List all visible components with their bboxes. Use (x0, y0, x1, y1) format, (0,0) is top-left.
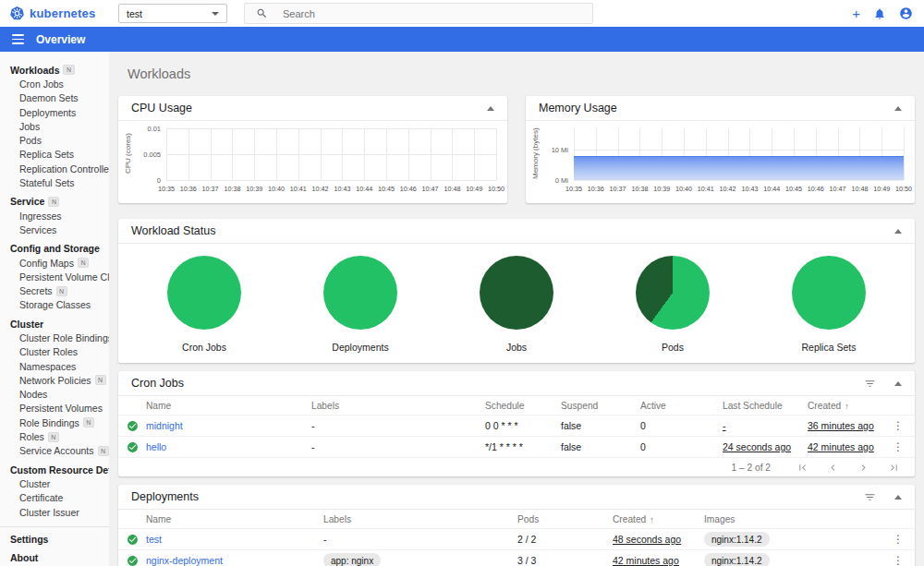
column-header-schedule[interactable]: Schedule (485, 401, 561, 411)
collapse-caret-icon[interactable] (487, 106, 494, 111)
last-page-icon[interactable] (888, 462, 900, 474)
name-link[interactable]: test (146, 534, 323, 545)
column-header-pods[interactable]: Pods (517, 514, 613, 524)
column-header-images[interactable]: Images (704, 514, 893, 524)
sidebar-item-persistent-volume-claims[interactable]: Persistent Volume ClaimsN (0, 270, 109, 283)
name-link[interactable]: nginx-deployment (146, 555, 323, 566)
namespaced-badge: N (83, 417, 94, 428)
deployments-title: Deployments (131, 490, 199, 503)
x-tick-label: 10:44 (356, 185, 372, 193)
sidebar-item-daemon-sets[interactable]: Daemon Sets (0, 91, 109, 105)
next-page-icon[interactable] (857, 462, 869, 474)
column-header-active[interactable]: Active (640, 401, 723, 411)
sidebar-item-stateful-sets[interactable]: Stateful Sets (0, 175, 109, 189)
column-header-created[interactable]: Created↑ (613, 514, 704, 524)
sidebar-item-role-bindings[interactable]: Role BindingsN (0, 415, 109, 429)
sidebar-item-settings[interactable]: Settings (0, 532, 109, 546)
sidebar-item-jobs[interactable]: Jobs (0, 119, 109, 133)
sidebar-item-roles[interactable]: RolesN (0, 429, 109, 443)
cpu-card-title: CPU Usage (131, 102, 192, 114)
sidebar-item-services[interactable]: Services (0, 223, 109, 236)
sidebar-item-cluster[interactable]: Cluster (0, 476, 109, 490)
created-cell: 36 minutes ago (808, 420, 893, 431)
row-menu-icon[interactable]: ⋮ (893, 441, 904, 452)
page-toolbar-title: Overview (36, 33, 85, 46)
collapse-caret-icon[interactable] (894, 106, 902, 111)
sidebar-item-secrets[interactable]: SecretsN (0, 283, 109, 297)
x-tick-label: 10:49 (873, 185, 890, 193)
filter-button[interactable] (864, 491, 876, 503)
sidebar-item-cluster-role-bindings[interactable]: Cluster Role Bindings (0, 331, 109, 344)
sidebar-item-replica-sets[interactable]: Replica Sets (0, 148, 109, 162)
sidebar-item-persistent-volumes[interactable]: Persistent Volumes (0, 402, 109, 415)
name-link[interactable]: hello (146, 441, 311, 452)
previous-page-icon[interactable] (827, 462, 839, 474)
sidebar-item-deployments[interactable]: Deployments (0, 105, 109, 119)
row-menu-icon[interactable]: ⋮ (893, 534, 904, 545)
menu-hamburger-icon[interactable] (12, 32, 24, 45)
account-button[interactable] (899, 6, 913, 20)
x-tick-label: 10:42 (312, 185, 329, 193)
account-icon (899, 6, 913, 20)
cpu-y-axis-label: CPU (cores) (124, 125, 132, 182)
filter-icon (864, 491, 876, 503)
collapse-caret-icon[interactable] (894, 495, 902, 500)
labels-cell: - (323, 534, 517, 545)
search-input[interactable] (283, 8, 581, 19)
pie-chart-label: Jobs (506, 342, 527, 353)
column-header-created[interactable]: Created↑ (808, 401, 893, 411)
sidebar-item-replication-controllers[interactable]: Replication Controllers (0, 162, 109, 175)
search-icon (256, 7, 268, 19)
sidebar-item-nodes[interactable]: Nodes (0, 388, 109, 402)
sidebar-item-cluster: Cluster (0, 317, 109, 331)
notifications-button[interactable] (873, 7, 886, 20)
namespaced-badge: N (48, 197, 59, 207)
kubernetes-logo[interactable]: kubernetes (9, 6, 113, 21)
row-menu-icon[interactable]: ⋮ (893, 420, 904, 431)
collapse-caret-icon[interactable] (894, 229, 902, 234)
sidebar-item-about[interactable]: About (0, 551, 109, 565)
workload-status-title: Workload Status (131, 224, 215, 237)
first-page-icon[interactable] (796, 462, 808, 474)
table-header-row: NameLabelsPodsCreated↑Images (118, 510, 915, 529)
column-header-suspend[interactable]: Suspend (561, 401, 640, 411)
collapse-caret-icon[interactable] (894, 381, 902, 386)
sidebar-item-label: Service (10, 196, 44, 207)
labels-cell: - (311, 420, 485, 431)
sidebar-item-storage-classes[interactable]: Storage Classes (0, 298, 109, 312)
sidebar-item-pods[interactable]: Pods (0, 133, 109, 147)
sidebar-item-config-and-storage: Config and Storage (0, 242, 109, 256)
sidebar-item-cluster-issuer[interactable]: Cluster Issuer (0, 505, 109, 519)
sidebar-item-cluster-roles[interactable]: Cluster Roles (0, 345, 109, 359)
sidebar-item-config-maps[interactable]: Config MapsN (0, 256, 109, 270)
name-link[interactable]: midnight (146, 420, 311, 431)
sidebar-item-label: Nodes (19, 389, 47, 400)
sidebar-item-service-accounts[interactable]: Service AccountsN (0, 444, 109, 458)
cpu-usage-card: CPU Usage CPU (cores)10:3510:3610:3710:3… (118, 96, 507, 203)
sidebar-item-workloads[interactable]: WorkloadsN (0, 63, 109, 77)
column-header-labels[interactable]: Labels (311, 401, 485, 411)
column-header-name[interactable]: Name (146, 514, 323, 524)
sidebar-item-ingresses[interactable]: Ingresses (0, 209, 109, 223)
workload-status-pies: Cron JobsDeploymentsJobsPodsReplica Sets (118, 244, 915, 353)
column-header-last-schedule[interactable]: Last Schedule (723, 401, 808, 411)
x-tick-label: 10:40 (268, 185, 285, 193)
column-header-name[interactable]: Name (146, 401, 311, 411)
label-chip: app: nginx (323, 553, 381, 566)
sort-ascending-icon: ↑ (845, 402, 849, 411)
sidebar-item-namespaces[interactable]: Namespaces (0, 359, 109, 373)
sidebar-item-cron-jobs[interactable]: Cron Jobs (0, 77, 109, 90)
row-menu-icon[interactable]: ⋮ (893, 555, 904, 566)
gridline (574, 150, 904, 151)
sidebar-item-network-policies[interactable]: Network PoliciesN (0, 373, 109, 387)
filter-button[interactable] (864, 378, 876, 390)
sidebar-item-service[interactable]: ServiceN (0, 195, 109, 209)
create-resource-button[interactable]: + (852, 6, 860, 20)
namespaced-badge: N (78, 258, 89, 268)
sidebar-item-certificate[interactable]: Certificate (0, 491, 109, 505)
memory-usage-area-series (574, 156, 904, 180)
sidebar-item-label: Replication Controllers (19, 163, 109, 175)
last-schedule-cell: - (723, 420, 808, 431)
namespace-selector[interactable]: test (118, 4, 227, 23)
column-header-labels[interactable]: Labels (323, 514, 517, 524)
